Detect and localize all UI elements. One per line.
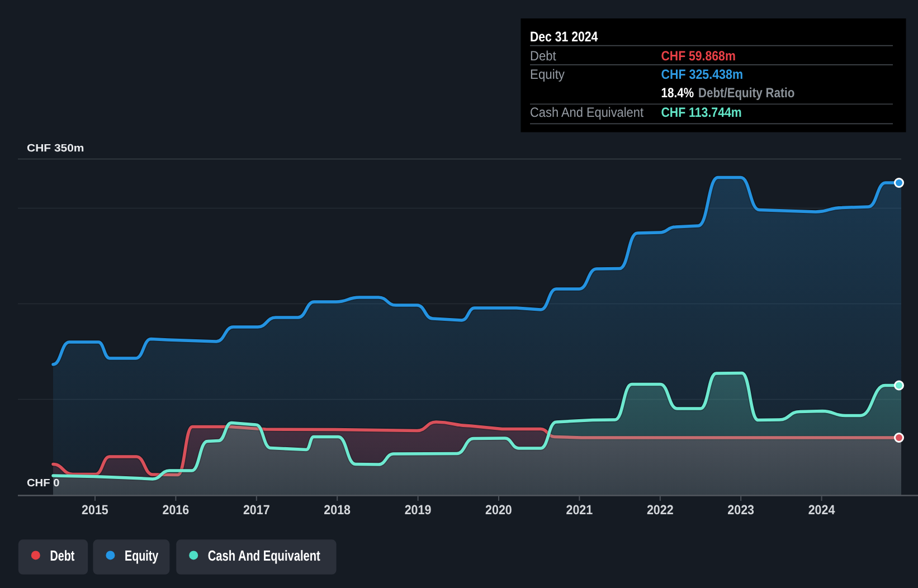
svg-text:CHF 350m: CHF 350m [27, 143, 84, 154]
svg-text:CHF 113.744m: CHF 113.744m [661, 105, 742, 120]
svg-text:2020: 2020 [485, 502, 512, 517]
svg-text:Equity: Equity [125, 547, 159, 564]
svg-text:CHF 0: CHF 0 [27, 477, 59, 489]
svg-text:Debt/Equity Ratio: Debt/Equity Ratio [698, 86, 794, 101]
svg-text:2021: 2021 [566, 502, 593, 517]
svg-text:Debt: Debt [530, 49, 556, 64]
svg-text:2016: 2016 [163, 502, 190, 517]
svg-text:Cash And Equivalent: Cash And Equivalent [530, 105, 643, 120]
svg-text:18.4%: 18.4% [661, 86, 694, 101]
svg-text:Equity: Equity [530, 67, 565, 82]
svg-text:2024: 2024 [808, 502, 835, 517]
svg-text:Dec 31 2024: Dec 31 2024 [530, 29, 598, 45]
svg-text:2022: 2022 [647, 502, 674, 517]
svg-text:2023: 2023 [727, 502, 754, 517]
svg-text:2019: 2019 [405, 502, 432, 517]
svg-text:Debt: Debt [50, 547, 74, 564]
svg-text:CHF 325.438m: CHF 325.438m [661, 67, 744, 82]
svg-text:CHF 59.868m: CHF 59.868m [661, 49, 736, 64]
svg-text:2018: 2018 [324, 502, 351, 517]
svg-text:2015: 2015 [82, 502, 108, 517]
svg-text:2017: 2017 [243, 502, 270, 517]
svg-text:Cash And Equivalent: Cash And Equivalent [208, 547, 320, 564]
